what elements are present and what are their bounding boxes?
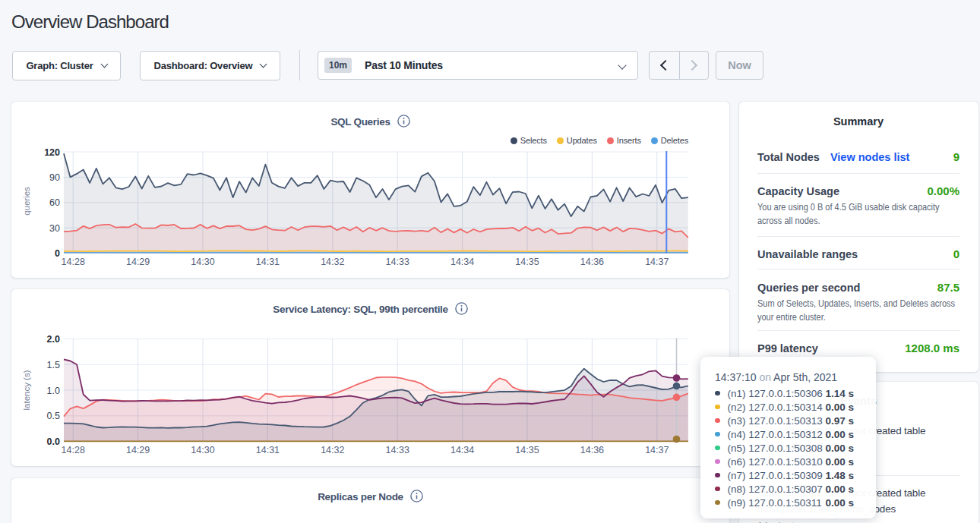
svg-text:30: 30 [49, 223, 60, 234]
svg-text:14:37: 14:37 [645, 445, 669, 455]
svg-text:14:32: 14:32 [321, 257, 344, 267]
svg-text:14:33: 14:33 [386, 257, 409, 267]
svg-text:14:34: 14:34 [450, 445, 474, 455]
svg-text:14:34: 14:34 [450, 257, 474, 267]
svg-text:14:29: 14:29 [126, 445, 150, 455]
svg-text:14:28: 14:28 [62, 257, 85, 267]
svg-text:0.5: 0.5 [47, 411, 60, 421]
svg-text:120: 120 [44, 147, 60, 158]
svg-text:1.0: 1.0 [47, 386, 60, 396]
svg-text:14:35: 14:35 [515, 445, 539, 455]
svg-text:14:28: 14:28 [62, 445, 85, 455]
svg-text:0: 0 [55, 248, 60, 259]
svg-text:queries: queries [22, 187, 31, 216]
svg-text:2.0: 2.0 [47, 334, 60, 345]
svg-text:14:32: 14:32 [321, 445, 344, 455]
svg-text:14:31: 14:31 [256, 257, 280, 267]
svg-text:14:36: 14:36 [580, 445, 604, 455]
svg-text:1.5: 1.5 [47, 360, 60, 370]
svg-text:14:35: 14:35 [515, 257, 539, 267]
svg-text:14:30: 14:30 [191, 445, 214, 455]
svg-text:14:37: 14:37 [645, 257, 669, 267]
svg-text:14:36: 14:36 [580, 257, 604, 267]
svg-text:14:29: 14:29 [126, 257, 150, 267]
svg-text:14:30: 14:30 [191, 257, 214, 267]
svg-text:0.0: 0.0 [47, 436, 60, 447]
svg-text:60: 60 [49, 197, 60, 208]
svg-text:latency (s): latency (s) [22, 370, 31, 410]
svg-text:90: 90 [49, 172, 60, 183]
svg-text:14:31: 14:31 [256, 445, 280, 455]
svg-text:14:33: 14:33 [386, 445, 409, 455]
